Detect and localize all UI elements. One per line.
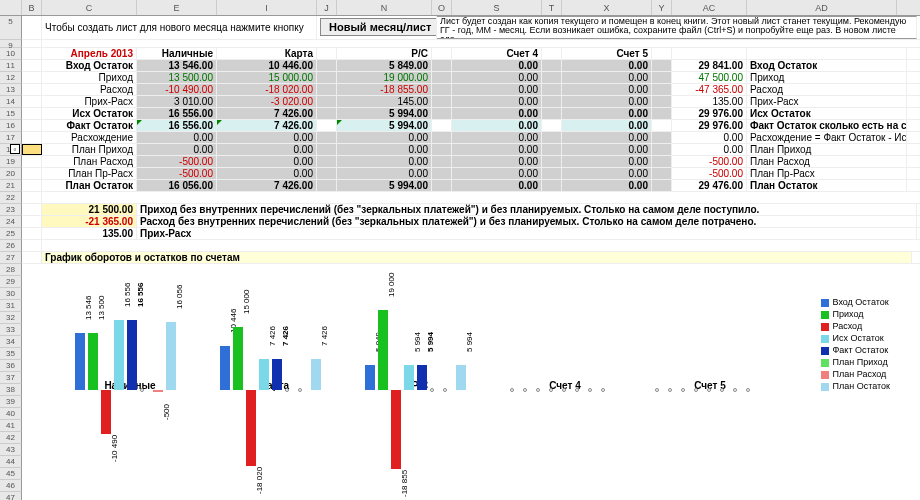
- row-pprih[interactable]: ▫ План Приход 0.00 0.00 0.00 0.00 0.00 0…: [22, 144, 920, 156]
- row-28[interactable]: 28: [0, 264, 22, 276]
- row-27[interactable]: 27: [0, 252, 22, 264]
- hdr-karta: Карта: [217, 48, 317, 59]
- row-prrs[interactable]: Прих-Расх 3 010.00 -3 020.00 145.00 0.00…: [22, 96, 920, 108]
- hdr-nal: Наличные: [137, 48, 217, 59]
- row-32[interactable]: 32: [0, 312, 22, 324]
- row-11[interactable]: 11: [0, 60, 22, 72]
- row-24[interactable]: 24: [0, 216, 22, 228]
- hdr-rs: Р/С: [337, 48, 432, 59]
- col-I[interactable]: I: [217, 0, 317, 15]
- row-post[interactable]: План Остаток 16 056.00 7 426.00 5 994.00…: [22, 180, 920, 192]
- row-rashod[interactable]: Расход -10 490.00 -18 020.00 -18 855.00 …: [22, 84, 920, 96]
- col-B[interactable]: B: [22, 0, 42, 15]
- row-40[interactable]: 40: [0, 408, 22, 420]
- period: Апрель 2013: [42, 48, 137, 59]
- row-38[interactable]: 38: [0, 384, 22, 396]
- row-42[interactable]: 42: [0, 432, 22, 444]
- col-AD[interactable]: AD: [747, 0, 897, 15]
- new-month-button[interactable]: Новый месяц/лист: [320, 18, 437, 36]
- row-5[interactable]: 5: [0, 16, 22, 40]
- row-rash2[interactable]: Расхождение 0.00 0.00 0.00 0.00 0.00 0.0…: [22, 132, 920, 144]
- row-46[interactable]: 46: [0, 480, 22, 492]
- row-16[interactable]: 16: [0, 120, 22, 132]
- row-22[interactable]: 22: [0, 192, 22, 204]
- row-20[interactable]: 20: [0, 168, 22, 180]
- note: Лист будет создан как копия текущего и п…: [437, 16, 917, 39]
- row-prihod[interactable]: Приход 13 500.00 15 000.00 19 000.00 0.0…: [22, 72, 920, 84]
- row-12[interactable]: 12: [0, 72, 22, 84]
- row-43[interactable]: 43: [0, 444, 22, 456]
- selected-cell[interactable]: [22, 144, 42, 155]
- row-15[interactable]: 15: [0, 108, 22, 120]
- row-26[interactable]: 26: [0, 240, 22, 252]
- row-headers: 5910111213141516171819202122232425262728…: [0, 16, 22, 500]
- col-C[interactable]: C: [42, 0, 137, 15]
- row-fakt[interactable]: Факт Остаток 16 556.00 7 426.00 5 994.00…: [22, 120, 920, 132]
- row-10[interactable]: 10: [0, 48, 22, 60]
- chart-header: График оборотов и остатков по счетам: [42, 252, 912, 263]
- grid[interactable]: Чтобы создать лист для нового месяца наж…: [22, 16, 920, 264]
- row-vhod[interactable]: Вход Остаток 13 546.00 10 446.00 5 849.0…: [22, 60, 920, 72]
- column-headers: B C E I J N O S T X Y AC AD: [0, 0, 920, 16]
- row-prash[interactable]: План Расход -500.00 0.00 0.00 0.00 0.00 …: [22, 156, 920, 168]
- row-36[interactable]: 36: [0, 360, 22, 372]
- row-ish[interactable]: Исх Остаток 16 556.00 7 426.00 5 994.00 …: [22, 108, 920, 120]
- row-47[interactable]: 47: [0, 492, 22, 500]
- row-25[interactable]: 25: [0, 228, 22, 240]
- row-17[interactable]: 17: [0, 132, 22, 144]
- col-Y[interactable]: Y: [652, 0, 672, 15]
- chart: Вход Остаток Приход Расход Исх Остаток Ф…: [60, 280, 900, 480]
- hdr-s5: Счет 5: [562, 48, 652, 59]
- row-9[interactable]: 9: [0, 40, 22, 48]
- row-14[interactable]: 14: [0, 96, 22, 108]
- col-N[interactable]: N: [337, 0, 432, 15]
- row-19[interactable]: 19: [0, 156, 22, 168]
- row-44[interactable]: 44: [0, 456, 22, 468]
- col-J[interactable]: J: [317, 0, 337, 15]
- row-34[interactable]: 34: [0, 336, 22, 348]
- col-S[interactable]: S: [452, 0, 542, 15]
- legend: Вход Остаток Приход Расход Исх Остаток Ф…: [821, 295, 891, 393]
- col-X[interactable]: X: [562, 0, 652, 15]
- row-35[interactable]: 35: [0, 348, 22, 360]
- outline-marker-icon[interactable]: ▫: [10, 144, 20, 154]
- row-37[interactable]: 37: [0, 372, 22, 384]
- row-23[interactable]: 23: [0, 204, 22, 216]
- row-41[interactable]: 41: [0, 420, 22, 432]
- row-21[interactable]: 21: [0, 180, 22, 192]
- row-33[interactable]: 33: [0, 324, 22, 336]
- row-pprrs[interactable]: План Пр-Расх -500.00 0.00 0.00 0.00 0.00…: [22, 168, 920, 180]
- col-E[interactable]: E: [137, 0, 217, 15]
- row-29[interactable]: 29: [0, 276, 22, 288]
- row-39[interactable]: 39: [0, 396, 22, 408]
- row-45[interactable]: 45: [0, 468, 22, 480]
- corner[interactable]: [0, 0, 22, 15]
- instruction: Чтобы создать лист для нового месяца наж…: [42, 16, 317, 39]
- row-30[interactable]: 30: [0, 288, 22, 300]
- col-T[interactable]: T: [542, 0, 562, 15]
- spreadsheet: B C E I J N O S T X Y AC AD 591011121314…: [0, 0, 920, 500]
- col-AC[interactable]: AC: [672, 0, 747, 15]
- col-O[interactable]: O: [432, 0, 452, 15]
- hdr-s4: Счет 4: [452, 48, 542, 59]
- row-13[interactable]: 13: [0, 84, 22, 96]
- row-31[interactable]: 31: [0, 300, 22, 312]
